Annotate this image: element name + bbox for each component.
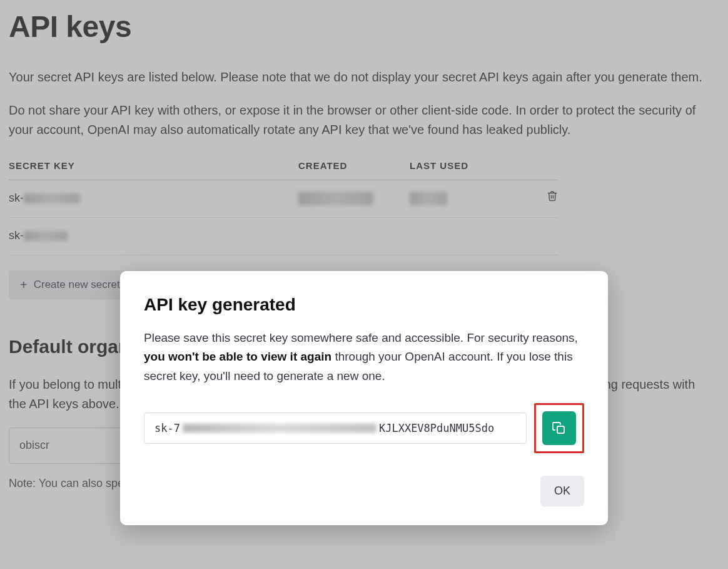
copy-icon xyxy=(552,421,567,436)
copy-key-button[interactable] xyxy=(542,411,576,445)
api-key-generated-modal: API key generated Please save this secre… xyxy=(120,271,608,525)
modal-body: Please save this secret key somewhere sa… xyxy=(144,329,584,386)
modal-overlay[interactable]: API key generated Please save this secre… xyxy=(0,0,728,569)
svg-rect-0 xyxy=(557,426,564,433)
copy-button-highlight xyxy=(534,403,584,453)
generated-key-field[interactable]: sk-7KJLXXEV8PduNMU5Sdo xyxy=(144,413,527,444)
ok-button[interactable]: OK xyxy=(540,476,584,506)
generated-key-row: sk-7KJLXXEV8PduNMU5Sdo xyxy=(144,403,584,453)
modal-title: API key generated xyxy=(144,295,584,315)
